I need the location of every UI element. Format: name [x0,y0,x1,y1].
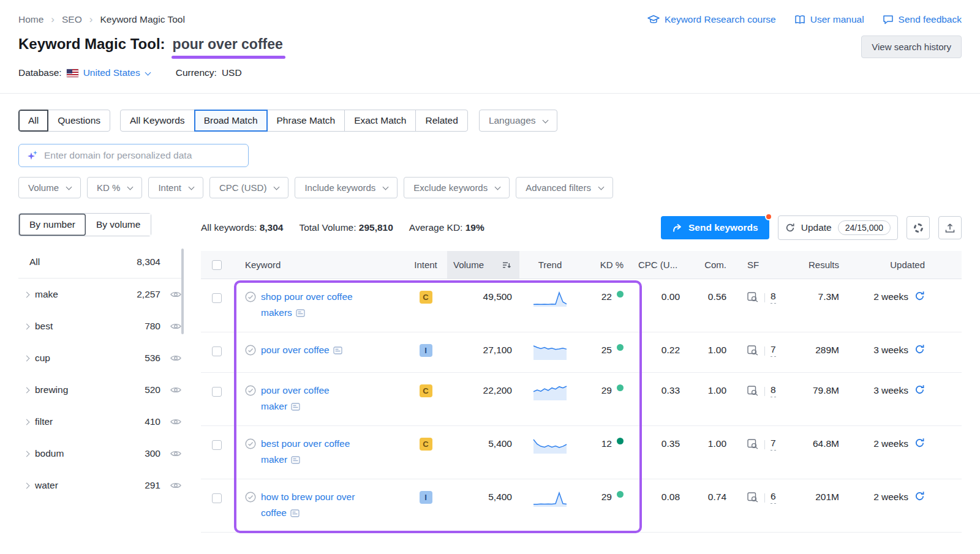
domain-input[interactable]: Enter domain for personalized data [18,144,249,167]
serp-preview-icon[interactable] [291,456,300,464]
volume-filter-dropdown[interactable]: Volume [18,177,81,198]
chevron-right-icon[interactable] [24,323,30,329]
keyword-link[interactable]: best pour over coffee maker [261,438,350,465]
col-trend[interactable]: Trend [538,260,562,270]
sidebar-item-best[interactable]: best 780 [18,310,184,342]
hide-eye-icon[interactable] [170,386,181,394]
chevron-right-icon[interactable] [24,387,30,393]
sidebar-item-bodum[interactable]: bodum 300 [18,438,184,470]
update-button[interactable]: Update 24/15,000 [778,215,898,240]
hide-eye-icon[interactable] [170,291,181,298]
sidebar-item-filter[interactable]: filter 410 [18,406,184,438]
sidebar-item-water[interactable]: water 291 [18,470,184,501]
tab-related[interactable]: Related [415,110,467,132]
add-to-list-icon[interactable] [245,385,256,396]
row-checkbox[interactable] [212,346,222,356]
keyword-research-course-link[interactable]: Keyword Research course [647,14,776,25]
refresh-row-icon[interactable] [914,384,925,395]
by-number-toggle[interactable]: By number [19,214,86,236]
col-intent[interactable]: Intent [414,260,437,270]
col-com[interactable]: Com. [704,260,726,270]
refresh-row-icon[interactable] [914,291,925,301]
export-button[interactable] [938,216,962,239]
col-kd[interactable]: KD % [600,260,624,270]
row-checkbox[interactable] [212,387,222,397]
advanced-filters-dropdown[interactable]: Advanced filters [516,177,613,198]
keyword-link[interactable]: shop pour over coffee makers [261,291,353,318]
chevron-right-icon[interactable] [24,355,30,361]
col-volume[interactable]: Volume [453,260,484,270]
serp-preview-icon[interactable] [333,346,342,354]
sidebar-item-brewing[interactable]: brewing 520 [18,374,184,406]
sort-desc-icon[interactable] [502,261,511,269]
kd-filter-dropdown[interactable]: KD % [87,177,142,198]
search-query: pour over coffee [173,36,283,59]
sf-count-link[interactable]: 7 [771,438,776,451]
chevron-right-icon[interactable] [24,482,30,488]
row-checkbox[interactable] [212,293,222,303]
hide-eye-icon[interactable] [170,450,181,457]
tab-questions[interactable]: Questions [48,110,110,132]
col-sf[interactable]: SF [747,260,759,270]
serp-preview-icon[interactable] [290,509,300,517]
col-results[interactable]: Results [809,260,839,270]
keyword-link[interactable]: how to brew pour over coffee [261,492,355,518]
serp-preview-icon[interactable] [296,309,305,317]
chevron-right-icon[interactable] [24,291,30,298]
serp-features-icon[interactable] [747,345,759,356]
col-cpc[interactable]: CPC (U... [638,260,677,270]
database-select[interactable]: United States [83,67,150,78]
languages-dropdown[interactable]: Languages [479,110,557,132]
sidebar-item-make[interactable]: make 2,257 [18,279,184,310]
tab-phrase-match[interactable]: Phrase Match [267,110,345,132]
sf-count-link[interactable]: 8 [771,291,776,304]
add-to-list-icon[interactable] [245,438,256,449]
serp-features-icon[interactable] [747,492,759,503]
table-settings-button[interactable] [907,216,930,239]
tab-all-keywords[interactable]: All Keywords [120,110,195,132]
sidebar-item-cup[interactable]: cup 536 [18,342,184,374]
keyword-link[interactable]: pour over coffee [261,345,330,355]
tab-broad-match[interactable]: Broad Match [194,110,268,132]
add-to-list-icon[interactable] [245,492,256,503]
breadcrumb-home[interactable]: Home [18,14,43,25]
include-keywords-dropdown[interactable]: Include keywords [295,177,398,198]
refresh-row-icon[interactable] [914,344,925,354]
send-keywords-button[interactable]: Send keywords [661,216,769,239]
tab-exact-match[interactable]: Exact Match [344,110,416,132]
cpc-filter-dropdown[interactable]: CPC (USD) [209,177,289,198]
add-to-list-icon[interactable] [245,345,256,356]
intent-filter-dropdown[interactable]: Intent [148,177,203,198]
serp-preview-icon[interactable] [291,403,300,411]
chevron-right-icon[interactable] [24,419,30,425]
tab-all[interactable]: All [18,110,48,132]
sf-count-link[interactable]: 8 [771,384,776,397]
breadcrumb-seo[interactable]: SEO [62,14,82,25]
col-keyword[interactable]: Keyword [245,260,281,270]
col-updated[interactable]: Updated [890,260,925,270]
by-volume-toggle[interactable]: By volume [86,214,151,236]
serp-features-icon[interactable] [747,292,759,302]
view-search-history-button[interactable]: View search history [861,36,962,58]
user-manual-link[interactable]: User manual [794,14,864,25]
hide-eye-icon[interactable] [170,482,181,489]
serp-features-icon[interactable] [747,439,759,449]
send-feedback-link[interactable]: Send feedback [883,14,962,25]
refresh-row-icon[interactable] [914,438,925,448]
hide-eye-icon[interactable] [170,418,181,425]
sf-count-link[interactable]: 6 [771,491,776,504]
kd-dot [617,344,624,351]
row-checkbox[interactable] [212,493,222,503]
add-to-list-icon[interactable] [245,291,256,302]
chevron-right-icon[interactable] [24,451,30,457]
row-checkbox[interactable] [212,440,222,450]
sidebar-scrollbar[interactable] [181,249,184,334]
serp-features-icon[interactable] [747,386,759,396]
hide-eye-icon[interactable] [170,354,181,362]
sf-count-link[interactable]: 7 [771,344,776,357]
sidebar-item-all[interactable]: All 8,304 [18,246,184,279]
refresh-row-icon[interactable] [914,491,925,501]
hide-eye-icon[interactable] [170,323,181,330]
exclude-keywords-dropdown[interactable]: Exclude keywords [404,177,510,198]
select-all-checkbox[interactable] [212,260,222,270]
